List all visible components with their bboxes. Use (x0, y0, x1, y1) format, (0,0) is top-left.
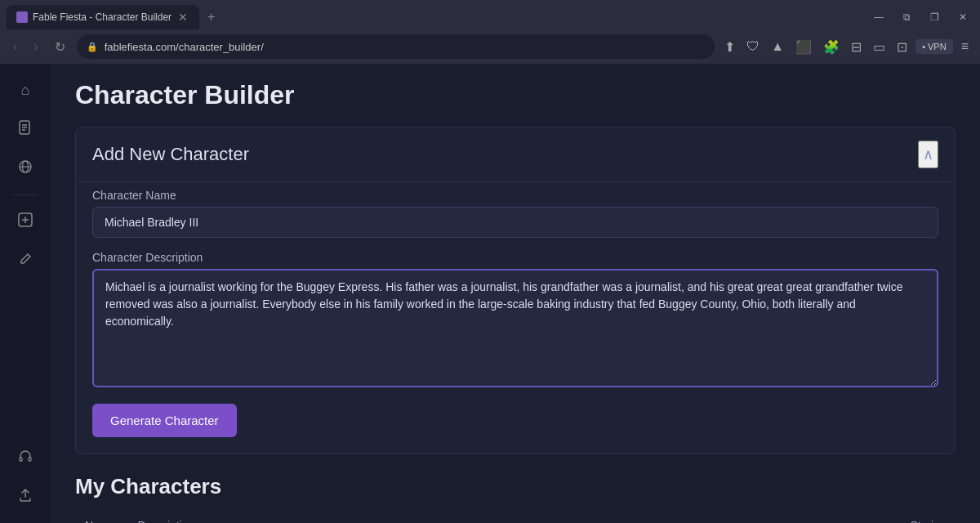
column-header-stories: Stories (898, 512, 956, 523)
sidebar-icon[interactable]: ▭ (870, 36, 889, 58)
panel-collapse-button[interactable]: ∧ (918, 141, 938, 168)
sidebar-item-home[interactable]: ⌂ (9, 74, 42, 106)
media-icon[interactable]: ⊟ (848, 36, 865, 58)
tab-title: Fable Fiesta - Character Builder (33, 11, 172, 23)
sidebar-item-headset[interactable] (9, 441, 42, 474)
forward-button[interactable]: › (29, 36, 42, 57)
character-name-group: Character Name (92, 189, 938, 238)
pen-icon (17, 251, 33, 271)
toolbar-actions: ⬆ 🛡 ▲ ⬛ 🧩 ⊟ ▭ ⊡ • VPN ≡ (721, 36, 972, 58)
browser-toolbar: ‹ › ↻ 🔒 fablefiesta.com/character_builde… (0, 29, 980, 64)
puzzle-icon[interactable]: 🧩 (820, 36, 843, 58)
sidebar-item-export[interactable] (9, 481, 42, 513)
panel-header: Add New Character ∧ (76, 127, 955, 181)
brave-shield-icon[interactable]: 🛡 (743, 36, 763, 57)
character-name-label: Character Name (92, 189, 938, 202)
back-button[interactable]: ‹ (8, 36, 22, 57)
browser-titlebar: Fable Fiesta - Character Builder ✕ + — ⧉… (0, 0, 980, 29)
main-content: Character Builder Add New Character ∧ Ch… (51, 64, 980, 523)
my-characters-title: My Characters (75, 474, 956, 499)
home-icon: ⌂ (21, 82, 30, 99)
globe-icon (17, 159, 33, 179)
vpn-badge[interactable]: • VPN (915, 39, 953, 54)
add-icon (17, 212, 33, 232)
browser-tab[interactable]: Fable Fiesta - Character Builder ✕ (7, 5, 199, 29)
headset-icon (17, 448, 33, 468)
reload-button[interactable]: ↻ (50, 36, 70, 58)
app-layout: ⌂ (0, 64, 980, 523)
maximize-button[interactable]: ❐ (924, 8, 946, 26)
svg-rect-10 (20, 458, 22, 461)
wallet-icon[interactable]: ⊡ (893, 36, 911, 58)
character-description-textarea[interactable]: Michael is a journalist working for the … (92, 269, 938, 387)
new-tab-button[interactable]: + (203, 7, 220, 28)
my-characters-section: My Characters Name Description Stories M… (75, 474, 956, 523)
window-controls: — ⧉ ❐ ✕ (867, 8, 973, 26)
sidebar-item-add[interactable] (9, 205, 42, 238)
character-description-group: Character Description Michael is a journ… (92, 251, 938, 391)
page-title: Character Builder (75, 80, 956, 110)
sidebar-item-pen[interactable] (9, 244, 42, 277)
sidebar-item-globe[interactable] (9, 152, 42, 185)
close-button[interactable]: ✕ (952, 8, 973, 26)
export-icon (17, 487, 33, 507)
brave-rewards-icon[interactable]: ▲ (768, 36, 787, 57)
table-header: Name Description Stories (75, 512, 956, 523)
add-character-panel: Add New Character ∧ Character Name Chara… (75, 127, 956, 454)
sidebar-divider (13, 194, 38, 195)
restore-button[interactable]: ⧉ (897, 8, 917, 26)
panel-body: Character Name Character Description Mic… (76, 181, 955, 454)
url-text: fablefiesta.com/character_builder/ (105, 41, 706, 53)
lock-icon: 🔒 (87, 42, 98, 52)
svg-rect-11 (29, 458, 31, 461)
tab-close-button[interactable]: ✕ (176, 11, 189, 24)
tab-favicon (16, 11, 28, 23)
menu-icon[interactable]: ≡ (958, 36, 972, 57)
column-header-name: Name (75, 512, 127, 523)
browser-chrome: Fable Fiesta - Character Builder ✕ + — ⧉… (0, 0, 980, 64)
minimize-button[interactable]: — (867, 8, 890, 26)
column-header-description: Description (127, 512, 898, 523)
characters-table: Name Description Stories Miha Miha, a yo… (75, 512, 956, 523)
panel-header-title: Add New Character (92, 144, 249, 165)
sidebar-item-book[interactable] (9, 113, 42, 145)
book-icon (17, 119, 33, 140)
share-icon[interactable]: ⬆ (721, 36, 738, 58)
character-name-input[interactable] (92, 207, 938, 238)
character-description-label: Character Description (92, 251, 938, 264)
generate-character-button[interactable]: Generate Character (92, 404, 237, 437)
address-bar[interactable]: 🔒 fablefiesta.com/character_builder/ (77, 34, 715, 59)
sidebar: ⌂ (0, 64, 51, 523)
extension1-icon[interactable]: ⬛ (792, 36, 815, 58)
